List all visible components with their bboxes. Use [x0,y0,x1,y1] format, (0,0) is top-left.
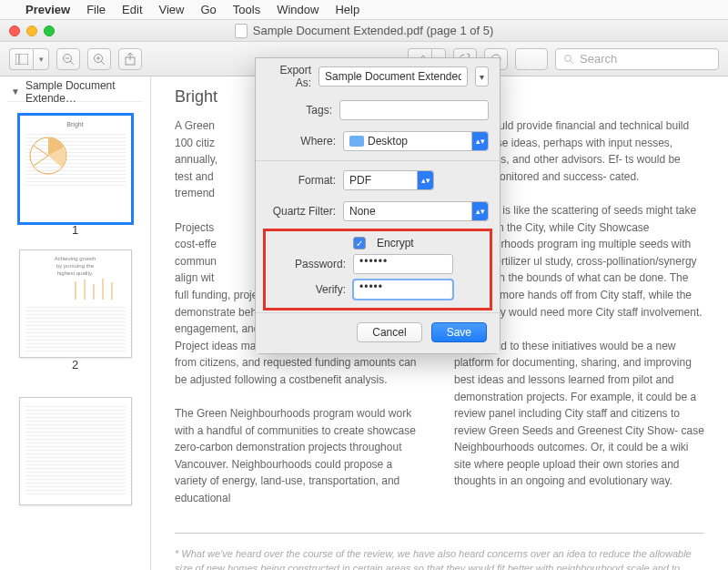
format-value: PDF [349,174,371,187]
menu-tools[interactable]: Tools [233,3,260,16]
markup-toggle-button[interactable] [515,48,548,70]
export-as-label: Export As: [267,64,311,89]
thumbnail-page-2[interactable]: Achieving growthby pursuing thehighest q… [19,249,132,358]
window-close-button[interactable] [9,25,20,36]
menu-edit[interactable]: Edit [122,3,142,16]
history-dropdown-button[interactable]: ▾ [475,66,489,87]
updown-chevron-icon: ▴▾ [471,132,488,150]
where-popup[interactable]: Desktop ▴▾ [343,131,489,151]
menubar: Preview File Edit View Go Tools Window H… [0,0,728,20]
window-title: Sample Document Extended.pdf (page 1 of … [235,24,494,38]
sidebar-header[interactable]: ▼ Sample Document Extende… [7,82,143,102]
thumbnail-page-2-label: 2 [7,358,143,372]
export-sheet: Export As: ▾ Tags: Where: Desktop ▴▾ For… [255,57,500,354]
updown-chevron-icon: ▴▾ [471,202,488,220]
thumbnail-page-3[interactable] [19,397,132,505]
window-title-text: Sample Document Extended.pdf (page 1 of … [253,24,494,37]
titlebar: Sample Document Extended.pdf (page 1 of … [0,20,728,42]
svg-line-16 [34,146,48,156]
tags-field[interactable] [339,100,489,120]
encrypt-label: Encrypt [377,237,414,249]
app-menu[interactable]: Preview [25,3,70,16]
verify-label: Verify: [277,283,346,296]
thumbnail-page-1[interactable]: Bright [19,115,132,223]
where-label: Where: [267,135,336,148]
zoom-out-button[interactable] [56,48,80,70]
password-label: Password: [277,258,346,270]
save-button[interactable]: Save [431,322,487,342]
menu-view[interactable]: View [159,3,185,16]
footnote: * What we've heard over the course of th… [175,533,704,570]
verify-field[interactable]: ••••• [353,280,453,300]
menu-window[interactable]: Window [277,3,318,16]
svg-line-17 [34,156,48,166]
thumbnail-sidebar: ▼ Sample Document Extende… Bright 1 Achi… [0,76,151,570]
tags-label: Tags: [267,104,332,117]
search-field[interactable]: Search [555,48,719,70]
svg-line-14 [571,61,573,64]
menu-file[interactable]: File [86,3,106,16]
highlight-annotation: ✓ Encrypt Password: •••••• Verify: ••••• [263,229,492,310]
search-placeholder: Search [580,52,617,66]
export-filename-field[interactable] [318,66,468,87]
window-minimize-button[interactable] [26,25,37,36]
sidebar-doc-title: Sample Document Extende… [25,79,143,105]
view-mode-sidebar-button[interactable] [9,48,33,70]
svg-point-13 [565,55,571,61]
svg-line-6 [101,61,105,65]
format-popup[interactable]: PDF ▴▾ [343,170,434,190]
quartz-filter-popup[interactable]: None ▴▾ [343,201,489,221]
svg-rect-0 [15,54,28,65]
svg-line-3 [70,61,74,65]
menu-help[interactable]: Help [335,3,359,16]
format-label: Format: [267,174,336,187]
document-proxy-icon[interactable] [235,24,248,38]
search-icon [563,54,574,65]
updown-chevron-icon: ▴▾ [417,171,433,189]
view-mode-dropdown-button[interactable]: ▾ [33,48,49,70]
cancel-button[interactable]: Cancel [357,322,421,342]
password-field[interactable]: •••••• [353,254,453,274]
share-button[interactable] [118,48,142,70]
quartz-filter-value: None [349,205,376,218]
window-zoom-button[interactable] [44,25,55,36]
quartz-filter-label: Quartz Filter: [267,205,336,218]
thumbnail-page-1-label: 1 [72,223,78,237]
folder-icon [349,136,364,147]
encrypt-checkbox[interactable]: ✓ [353,237,366,249]
menu-go[interactable]: Go [200,3,216,16]
zoom-in-button[interactable] [87,48,111,70]
disclosure-triangle-icon[interactable]: ▼ [11,87,20,97]
where-value: Desktop [368,135,408,148]
